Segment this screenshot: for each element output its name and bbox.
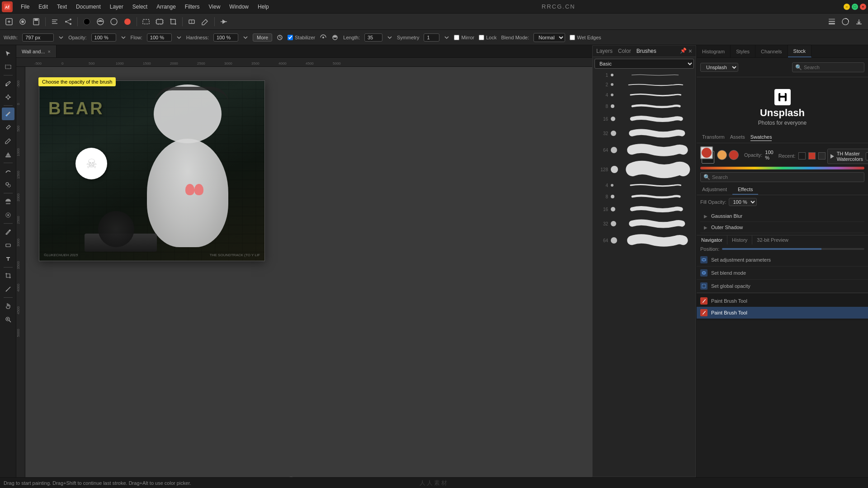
- blend-mode-select[interactable]: Normal: [533, 33, 565, 42]
- tool-pencil[interactable]: [2, 135, 14, 147]
- toolbar-align[interactable]: [48, 15, 61, 28]
- menu-document[interactable]: Document: [71, 3, 105, 11]
- brush-category-select[interactable]: Basic: [594, 59, 694, 69]
- tool-blur[interactable]: [2, 209, 14, 221]
- brush-item-64[interactable]: 64: [593, 141, 696, 159]
- flow-input[interactable]: [147, 33, 172, 42]
- brush-item-128[interactable]: 128: [593, 159, 696, 180]
- tool-list-item-1[interactable]: Paint Brush Tool: [697, 295, 868, 307]
- nav-tab-32bit[interactable]: 32-bit Preview: [752, 235, 793, 244]
- sub-tab-swatches[interactable]: Swatches: [750, 133, 772, 141]
- menu-window[interactable]: Window: [225, 3, 253, 11]
- close-button[interactable]: ×: [860, 4, 866, 10]
- tool-zoom[interactable]: [2, 313, 14, 326]
- unsplash-search-input[interactable]: [804, 65, 866, 70]
- more-button[interactable]: More: [253, 33, 272, 42]
- brush-item-64b[interactable]: 64: [593, 231, 696, 249]
- unsplash-source-select[interactable]: Unsplash: [700, 63, 738, 72]
- tool-brush[interactable]: [2, 108, 14, 120]
- wet-edges-checkbox[interactable]: Wet Edges: [570, 35, 601, 40]
- nav-tab-navigator[interactable]: Navigator: [697, 235, 727, 244]
- toolbar-brightness[interactable]: [94, 15, 107, 28]
- sub-tab-assets[interactable]: Assets: [730, 133, 745, 141]
- opacity-input[interactable]: [91, 33, 116, 42]
- brush-item-2[interactable]: 2: [593, 80, 696, 89]
- tab-histogram[interactable]: Histogram: [697, 45, 731, 57]
- tool-fill[interactable]: [2, 148, 14, 161]
- menu-edit[interactable]: Edit: [34, 3, 52, 11]
- menu-layer[interactable]: Layer: [105, 3, 128, 11]
- minimize-button[interactable]: −: [844, 4, 850, 10]
- tool-shape[interactable]: [2, 239, 14, 252]
- swatch-orange[interactable]: [717, 150, 727, 160]
- fg-bg-swatch[interactable]: [700, 146, 714, 164]
- toolbar-open[interactable]: [16, 15, 29, 28]
- recent-red[interactable]: [808, 152, 816, 160]
- brush-item-32b[interactable]: 32: [593, 216, 696, 231]
- tab-brushes[interactable]: Brushes: [637, 48, 656, 54]
- toolbar-export[interactable]: [853, 15, 865, 28]
- toolbar-circle[interactable]: [121, 15, 134, 28]
- tool-eraser[interactable]: [2, 121, 14, 134]
- toolbar-save[interactable]: [30, 15, 42, 28]
- toolbar-library[interactable]: [839, 15, 852, 28]
- tool-pen[interactable]: [2, 225, 14, 238]
- brush-item-4[interactable]: 4: [593, 89, 696, 100]
- tool-pointer[interactable]: [2, 47, 14, 60]
- nav-tab-history[interactable]: History: [727, 235, 752, 244]
- lock-checkbox[interactable]: Lock: [479, 35, 496, 40]
- symmetry-input[interactable]: [424, 33, 439, 42]
- tool-hand[interactable]: [2, 300, 14, 312]
- action-set-adjustment[interactable]: Set adjustment parameters: [697, 253, 868, 267]
- menu-text[interactable]: Text: [52, 3, 71, 11]
- fill-opacity-select[interactable]: 100 %: [729, 198, 757, 206]
- toolbar-align2[interactable]: [217, 15, 230, 28]
- tool-measure[interactable]: [2, 283, 14, 296]
- tool-clone[interactable]: [2, 178, 14, 191]
- stabilizer-checkbox[interactable]: Stabilizer: [288, 35, 315, 40]
- tool-select-rect[interactable]: [2, 61, 14, 73]
- canvas-tab-close[interactable]: ×: [48, 49, 51, 54]
- toolbar-new[interactable]: [3, 15, 15, 28]
- toolbar-hue[interactable]: [108, 15, 120, 28]
- menu-arrange[interactable]: Arrange: [152, 3, 180, 11]
- brush-item-16b[interactable]: 16: [593, 202, 696, 216]
- width-input[interactable]: [22, 33, 54, 42]
- tab-channels[interactable]: Channels: [755, 45, 788, 57]
- brush-item-8b[interactable]: 8: [593, 191, 696, 202]
- tab-styles[interactable]: Styles: [731, 45, 755, 57]
- tab-stock[interactable]: Stock: [788, 45, 812, 57]
- brush-item-1[interactable]: 1: [593, 70, 696, 80]
- action-set-blend[interactable]: Set blend mode: [697, 267, 868, 280]
- brush-item-4b[interactable]: 4: [593, 180, 696, 191]
- toolbar-shape[interactable]: [185, 15, 198, 28]
- swatch-red[interactable]: [729, 150, 739, 160]
- adj-tab-effects[interactable]: Effects: [732, 185, 758, 195]
- menu-view[interactable]: View: [204, 3, 225, 11]
- tool-crop[interactable]: [2, 269, 14, 282]
- menu-select[interactable]: Select: [128, 3, 152, 11]
- tool-magic-wand[interactable]: [2, 91, 14, 103]
- brush-preset-grid-btn[interactable]: ⊞: [866, 152, 868, 160]
- panel-pin-icon[interactable]: 📌: [680, 47, 687, 55]
- brush-search-input[interactable]: [712, 174, 861, 180]
- mirror-checkbox[interactable]: Mirror: [454, 35, 474, 40]
- action-set-opacity[interactable]: Set global opacity: [697, 280, 868, 293]
- toolbar-pen[interactable]: [199, 15, 212, 28]
- recent-dark[interactable]: [818, 152, 826, 160]
- tool-eyedropper[interactable]: [2, 77, 14, 90]
- tool-text[interactable]: [2, 253, 14, 265]
- toolbar-share[interactable]: [62, 15, 75, 28]
- toolbar-layers[interactable]: [826, 15, 838, 28]
- menu-filters[interactable]: Filters: [180, 3, 204, 11]
- tool-smudge[interactable]: [2, 165, 14, 178]
- sub-tab-transform[interactable]: Transform: [702, 133, 725, 141]
- toolbar-crop[interactable]: [167, 15, 179, 28]
- toolbar-rect-select[interactable]: [140, 15, 152, 28]
- tab-layers[interactable]: Layers: [596, 48, 613, 54]
- length-input[interactable]: [364, 33, 382, 42]
- brush-item-32[interactable]: 32: [593, 126, 696, 141]
- brush-item-8[interactable]: 8: [593, 100, 696, 112]
- recent-black[interactable]: [798, 152, 806, 160]
- panel-close-icon[interactable]: ×: [689, 47, 692, 55]
